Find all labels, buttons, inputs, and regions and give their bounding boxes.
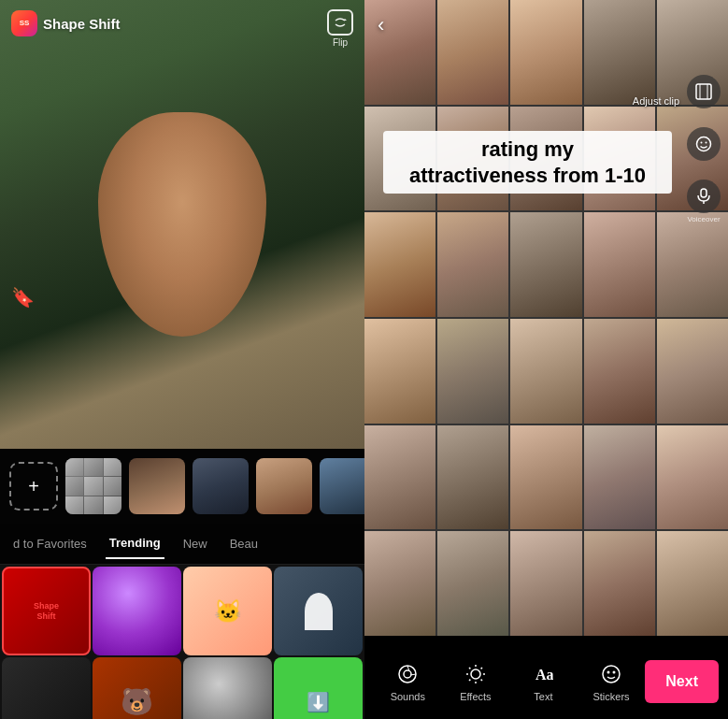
effects-button[interactable]: Effects [442,661,510,702]
svg-point-11 [471,669,480,679]
svg-point-13 [603,666,620,683]
effect-balloon-gray[interactable] [183,657,272,719]
right-tools: Voiceover [687,75,721,223]
video-text-line2: attractiveness from 1-10 [409,164,646,187]
sounds-icon [394,661,421,687]
effect-download-green[interactable]: ⬇️ [274,657,363,719]
face-photo [657,319,728,424]
svg-point-15 [613,671,616,674]
toolbar-items: Sounds Effects [374,661,645,702]
stickers-icon [598,661,624,687]
app-logo-icon: SS [11,10,37,36]
text-icon: Aa [530,661,556,687]
face-photo [584,0,655,105]
voiceover-tool[interactable]: Voiceover [687,180,721,223]
flip-icon [327,9,353,36]
face-photo [364,212,435,317]
face-photo [437,0,508,105]
sounds-button[interactable]: Sounds [374,661,442,702]
effect-cute-face[interactable]: 🐱 [183,567,272,655]
face-photo [437,319,508,424]
stickers-button[interactable]: Stickers [578,661,646,702]
effect-purple-balloon[interactable] [93,567,181,655]
app-header: SS Shape Shift Flip [0,0,364,47]
filter-thumbnails-row: + [0,449,364,524]
face-photo [510,212,581,317]
stickers-label: Stickers [592,691,629,702]
svg-point-10 [404,670,411,678]
video-text-line1: rating my [481,137,574,161]
face-photo [437,531,508,636]
tab-new[interactable]: New [179,529,211,558]
face-photo [584,425,655,530]
svg-rect-7 [701,189,707,197]
effect-dark-figure[interactable] [2,657,91,719]
right-panel: ‹ rating my attractiveness from 1-10 Adj… [364,0,728,719]
emoji-tool[interactable] [687,127,721,161]
face-photo [584,319,655,424]
face-photo [510,319,581,424]
effects-grid: ShapeShift 🐱 🐻 ⬇️ 🦜 ▶ 😭 [0,565,364,719]
app-logo: SS Shape Shift [11,10,121,36]
face-photo [364,319,435,424]
face-photo [657,212,728,317]
bookmark-icon[interactable]: 🔖 [11,286,35,309]
svg-point-6 [706,142,707,144]
face-photo [364,0,435,105]
sounds-label: Sounds [391,691,425,702]
next-button[interactable]: Next [645,660,719,703]
face-photo [510,0,581,105]
svg-point-5 [701,142,703,144]
face-photo [437,212,508,317]
svg-text:Aa: Aa [535,667,553,683]
face-photo [657,531,728,636]
emoji-icon [687,127,721,161]
text-label: Text [534,691,552,702]
face-skin [98,112,266,337]
camera-view: SS Shape Shift Flip 🔖 [0,0,364,449]
video-text-overlay: rating my attractiveness from 1-10 [383,131,672,194]
flip-button[interactable]: Flip [327,9,353,48]
app-name: Shape Shift [43,16,121,32]
svg-point-14 [607,671,610,674]
face-photo [584,531,655,636]
add-filter-button[interactable]: + [9,462,58,510]
adjust-clip-icon [687,75,721,108]
filter-thumb-1[interactable] [65,458,121,514]
filter-thumb-4[interactable] [256,458,312,514]
face-photo [510,531,581,636]
effects-tabs: d to Favorites Trending New Beau [0,524,364,565]
adjust-clip-tool[interactable] [687,75,721,108]
filter-thumb-3[interactable] [193,458,249,514]
text-button[interactable]: Aa Text [509,661,578,702]
svg-rect-1 [696,84,711,99]
face-photo [364,425,435,530]
filter-thumb-2[interactable] [129,458,185,514]
left-panel: SS Shape Shift Flip 🔖 + [0,0,364,719]
effect-white-ghost[interactable] [274,567,363,655]
back-button[interactable]: ‹ [378,13,384,37]
face-photo [584,212,655,317]
face-photo [437,425,508,530]
microphone-icon [687,180,721,213]
flip-label: Flip [333,37,348,48]
face-preview [79,112,285,393]
bottom-toolbar: Sounds Effects [364,644,728,719]
effects-label: Effects [460,691,491,702]
effects-icon [463,661,489,687]
filter-thumb-5[interactable] [320,458,364,514]
effect-emoji-face[interactable]: 🐻 [93,657,181,719]
adjust-clip-label: Adjust clip [633,95,679,107]
effect-shape-shift[interactable]: ShapeShift [2,567,91,655]
tab-trending[interactable]: Trending [106,528,164,559]
svg-point-4 [697,137,711,151]
tab-beauty[interactable]: Beau [226,529,262,558]
face-photo [657,425,728,530]
tab-favorites[interactable]: d to Favorites [9,529,91,558]
face-photo [510,425,581,530]
video-text-content: rating my attractiveness from 1-10 [393,137,663,188]
face-photo [364,531,435,636]
voiceover-label: Voiceover [687,215,720,223]
